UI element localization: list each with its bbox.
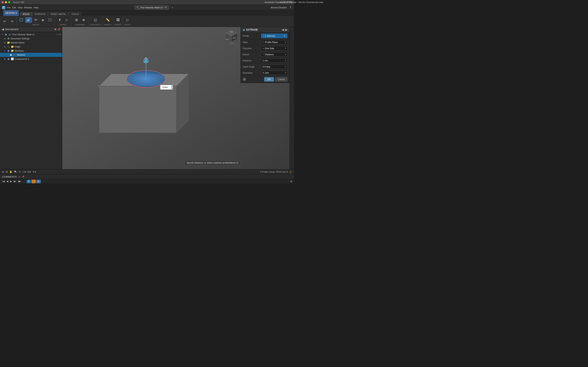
- modify-press-pull-btn[interactable]: ⬆: [56, 17, 63, 23]
- viewport-grid-btn[interactable]: ⊞: [6, 170, 8, 173]
- window-menu[interactable]: Window: [24, 6, 32, 9]
- select-btn[interactable]: ▷: [124, 17, 131, 23]
- timeline-play-btn[interactable]: ▶: [9, 180, 12, 183]
- root-settings-icon[interactable]: ⚙: [59, 33, 61, 36]
- start-value[interactable]: ⊢ Profile Plane ▾: [261, 40, 287, 44]
- tree-item-sketches[interactable]: ▾ ◉ 📁 Sketches: [0, 49, 62, 53]
- extrude-prev-icon[interactable]: ◀: [282, 28, 284, 31]
- timeline-item-1[interactable]: [31, 180, 36, 183]
- file-menu[interactable]: File: [7, 6, 11, 9]
- root-expand-arrow: ▾: [1, 33, 4, 35]
- timeline-start-btn[interactable]: |◀: [2, 180, 5, 183]
- construct-plane-btn[interactable]: ◱: [92, 17, 99, 23]
- ok-btn[interactable]: OK: [264, 77, 274, 82]
- tab-solid[interactable]: SOLID: [20, 12, 32, 16]
- timeline-item-0[interactable]: [26, 180, 31, 183]
- active-file-tab[interactable]: 🔨 Thor Hammer Mold v1* ✕: [135, 5, 169, 9]
- create-loft-btn[interactable]: ◈: [39, 17, 46, 23]
- comments-pin-icon[interactable]: 📌: [22, 175, 24, 178]
- viewport-orbit-btn[interactable]: ✋: [9, 170, 12, 173]
- right-strip-btn[interactable]: ⋮: [291, 28, 293, 32]
- view-menu[interactable]: View: [18, 6, 23, 9]
- viewport-env-btn[interactable]: ☀▾: [33, 170, 36, 173]
- 3d-viewport[interactable]: 1mm ▾ TOP RIGHT FRONT Z: [62, 27, 290, 169]
- viewport-zoom-fit-btn[interactable]: ⊙: [19, 170, 21, 173]
- sketch3-type-icon: ✏: [13, 53, 16, 57]
- collapse-browser-btn[interactable]: ◀: [2, 28, 4, 31]
- create-sketch-btn[interactable]: [18, 17, 25, 23]
- sketches-visibility-icon[interactable]: ◉: [7, 49, 10, 52]
- insert-canvas-btn[interactable]: 🖼: [114, 17, 121, 23]
- direction-value[interactable]: ⇒ One Side ▾: [261, 46, 287, 50]
- timeline-settings-btn[interactable]: ⚙: [290, 180, 292, 183]
- browser-title-label: BROWSER: [5, 28, 18, 31]
- svg-rect-34: [37, 182, 39, 183]
- comments-bar: COMMENTS ▾ 📌: [0, 174, 294, 179]
- tree-item-root[interactable]: ▾ ◉ 🗂 Thor Hammer Mold v1 ✏ ⚙: [0, 33, 62, 36]
- browser-settings-icon[interactable]: ⚙: [54, 28, 57, 31]
- design-dropdown-btn[interactable]: DESIGN ▾: [3, 10, 19, 16]
- origin-arrow: ▶: [4, 46, 6, 48]
- tab-tools[interactable]: TOOLS: [69, 12, 81, 16]
- close-window-btn[interactable]: [2, 1, 4, 3]
- viewport-grid-toggle-btn[interactable]: ⊟▾: [27, 170, 31, 173]
- root-visibility-icon[interactable]: ◉: [4, 33, 8, 36]
- root-edit-icon[interactable]: ✏: [57, 33, 58, 36]
- create-revolve-btn[interactable]: ⟳: [32, 17, 39, 23]
- origin-type-icon: 📁: [11, 45, 14, 48]
- undo-btn[interactable]: ↩: [1, 18, 8, 24]
- assemble-joint-btn[interactable]: ⊕: [80, 17, 87, 23]
- timeline-next-btn[interactable]: ▶|: [13, 180, 17, 183]
- start-label: Start: [243, 41, 261, 43]
- tab-surface[interactable]: SURFACE: [32, 12, 48, 16]
- viewport-zoom-btn[interactable]: 🔍: [14, 170, 17, 173]
- origin-visibility-icon[interactable]: ◎: [7, 45, 10, 48]
- browser-pin-icon[interactable]: 📌: [57, 28, 61, 31]
- tab-sheet-metal[interactable]: SHEET METAL: [48, 12, 69, 16]
- edit-menu[interactable]: Edit: [12, 6, 16, 9]
- distance-value[interactable]: 1 mm ▾: [261, 58, 287, 63]
- construct-label: CONSTRUCT: [90, 24, 101, 26]
- minimize-window-btn[interactable]: [5, 1, 7, 3]
- create-more-btn[interactable]: ⬛: [47, 17, 53, 23]
- select-label: SELECT: [124, 24, 131, 26]
- profile-clear-btn[interactable]: ✕: [283, 34, 286, 37]
- tree-item-component1[interactable]: ▶ ◉ ⬜ Component1:1: [0, 57, 62, 61]
- tree-item-origin[interactable]: ▶ ◎ 📁 Origin: [0, 45, 62, 49]
- toolbar-modify: ⬆ 𝑓𝑥 MODIFY: [55, 16, 72, 27]
- viewcube[interactable]: TOP RIGHT FRONT Z: [223, 29, 240, 45]
- viewport-pivot-btn[interactable]: ⊕: [2, 170, 4, 173]
- assemble-new-btn[interactable]: ⊞: [73, 17, 80, 23]
- fullscreen-window-btn[interactable]: [8, 1, 10, 3]
- origin-label: Origin: [15, 45, 61, 48]
- timeline-end-btn[interactable]: |▶|: [17, 180, 22, 183]
- comments-expand-icon[interactable]: ▾: [19, 175, 20, 178]
- tree-item-sketch3[interactable]: ◉ ✏ Sketch3: [0, 53, 62, 57]
- help-btn[interactable]: ?: [289, 6, 292, 9]
- tree-item-named-views[interactable]: ▶ 📁 Named Views: [0, 41, 62, 45]
- operation-value[interactable]: ⊞ Join ▾: [261, 71, 287, 75]
- profile-value[interactable]: ↗ 1 selected ✕: [261, 34, 287, 38]
- cancel-btn[interactable]: Cancel: [275, 77, 287, 82]
- timeline-prev-btn[interactable]: ◀: [6, 180, 9, 183]
- extrude-next-icon[interactable]: ▶: [285, 28, 287, 31]
- create-extrude-btn[interactable]: [25, 17, 32, 23]
- inspect-measure-btn[interactable]: 📏: [104, 17, 111, 23]
- browser-tree: ▾ ◉ 🗂 Thor Hammer Mold v1 ✏ ⚙ ▶ ⚙ Docume…: [0, 32, 62, 169]
- svg-line-33: [33, 180, 34, 182]
- close-tab-btn[interactable]: ✕: [164, 6, 167, 9]
- component1-visibility-icon[interactable]: ◉: [7, 57, 10, 60]
- modify-fx-btn[interactable]: 𝑓𝑥: [63, 17, 70, 23]
- extrude-panel-header: ◈ EXTRUDE ◀ ▶: [241, 27, 290, 33]
- distance-label: Distance: [243, 59, 261, 62]
- viewport-display-btn[interactable]: ▢▾: [22, 170, 26, 173]
- redo-btn[interactable]: ↪: [8, 18, 15, 24]
- sketch3-visibility-icon[interactable]: ◉: [9, 53, 12, 57]
- help-menu[interactable]: Help: [34, 6, 38, 9]
- extent-value[interactable]: ⊣ Distance ▾: [261, 52, 287, 57]
- extrude-info-icon[interactable]: ℹ: [243, 78, 246, 81]
- timeline-item-2[interactable]: [36, 180, 41, 183]
- taper-value[interactable]: 0.0 deg ▾: [261, 65, 287, 69]
- tree-item-doc-settings[interactable]: ▶ ⚙ Document Settings: [0, 36, 62, 41]
- new-tab-btn[interactable]: ＋: [170, 5, 174, 10]
